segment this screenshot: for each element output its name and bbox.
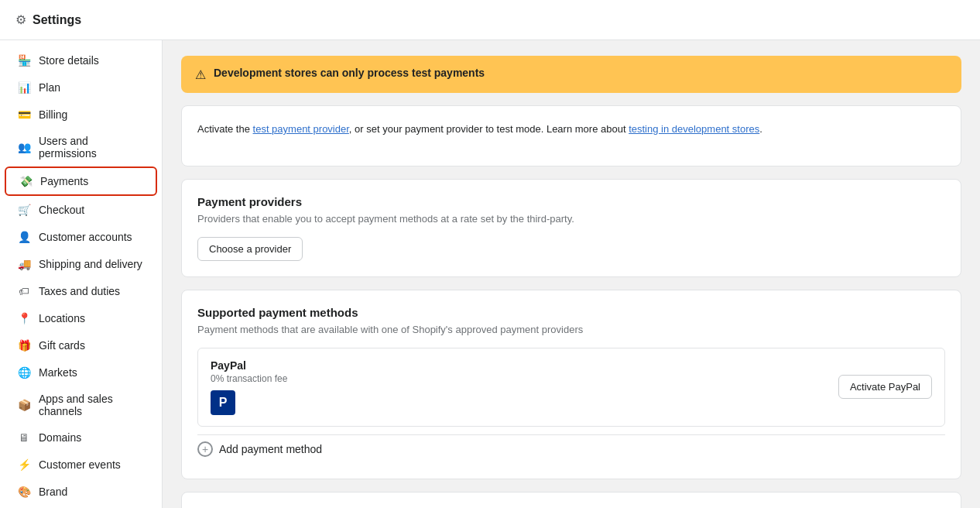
customer-accounts-icon: 👤 — [17, 230, 31, 244]
header: ⚙ Settings — [0, 0, 980, 40]
sidebar-item-customer-accounts[interactable]: 👤Customer accounts — [5, 224, 157, 250]
customer-events-label: Customer events — [39, 458, 121, 471]
add-icon: + — [197, 441, 213, 457]
customer-accounts-label: Customer accounts — [39, 231, 132, 243]
billing-label: Billing — [39, 108, 67, 121]
store-details-label: Store details — [39, 54, 99, 67]
main-content: ⚠ Development stores can only process te… — [163, 40, 980, 508]
locations-label: Locations — [39, 312, 85, 324]
paypal-info: PayPal 0% transaction fee P — [211, 359, 287, 415]
supported-methods-subtitle: Payment methods that are available with … — [197, 324, 945, 335]
gift-cards-icon: 🎁 — [17, 338, 31, 352]
customer-events-icon: ⚡ — [17, 458, 31, 472]
shipping-delivery-label: Shipping and delivery — [39, 258, 142, 270]
payments-icon: 💸 — [19, 174, 33, 188]
sidebar-item-plan[interactable]: 📊Plan — [5, 74, 157, 101]
page-title: Settings — [33, 13, 81, 27]
sidebar-item-shipping-delivery[interactable]: 🚚Shipping and delivery — [5, 251, 157, 277]
sidebar-item-gift-cards[interactable]: 🎁Gift cards — [5, 332, 157, 359]
sidebar-item-taxes-duties[interactable]: 🏷Taxes and duties — [5, 278, 157, 304]
alert-banner: ⚠ Development stores can only process te… — [181, 56, 961, 93]
apps-sales-icon: 📦 — [17, 398, 31, 412]
paypal-name: PayPal — [211, 359, 287, 372]
test-payment-link[interactable]: test payment provider — [253, 123, 349, 135]
info-paragraph: Activate the test payment provider, or s… — [197, 122, 945, 138]
payment-providers-subtitle: Providers that enable you to accept paym… — [197, 213, 945, 225]
plan-icon: 📊 — [17, 81, 31, 94]
paypal-logo: P — [211, 390, 235, 415]
sidebar-item-markets[interactable]: 🌐Markets — [5, 359, 157, 386]
add-method-label: Add payment method — [219, 443, 322, 455]
billing-icon: 💳 — [17, 108, 31, 122]
sidebar-item-brand[interactable]: 🎨Brand — [5, 479, 157, 505]
sidebar-item-domains[interactable]: 🖥Domains — [5, 424, 157, 451]
markets-icon: 🌐 — [17, 366, 31, 379]
brand-label: Brand — [39, 486, 67, 498]
info-card: Activate the test payment provider, or s… — [181, 105, 961, 166]
domains-label: Domains — [39, 431, 81, 444]
supported-methods-title: Supported payment methods — [197, 306, 945, 319]
checkout-label: Checkout — [39, 204, 84, 216]
testing-link[interactable]: testing in development stores — [629, 123, 759, 135]
capture-card: Payment capture method Payments are auth… — [181, 492, 961, 508]
paypal-logo-text: P — [219, 396, 228, 410]
add-payment-method[interactable]: + Add payment method — [197, 434, 945, 463]
payments-label: Payments — [40, 175, 88, 187]
alert-text: Development stores can only process test… — [214, 67, 485, 79]
sidebar-item-checkout[interactable]: 🛒Checkout — [5, 197, 157, 223]
markets-label: Markets — [39, 366, 77, 379]
checkout-icon: 🛒 — [17, 203, 31, 217]
plan-label: Plan — [39, 81, 60, 94]
users-permissions-icon: 👥 — [17, 140, 31, 154]
users-permissions-label: Users and permissions — [39, 135, 145, 160]
sidebar-item-apps-sales[interactable]: 📦Apps and sales channels — [5, 386, 157, 424]
sidebar-item-customer-events[interactable]: ⚡Customer events — [5, 451, 157, 478]
locations-icon: 📍 — [17, 311, 31, 325]
supported-methods-card: Supported payment methods Payment method… — [181, 290, 961, 479]
apps-sales-label: Apps and sales channels — [39, 393, 145, 417]
brand-icon: 🎨 — [17, 485, 31, 499]
paypal-box: PayPal 0% transaction fee P Activate Pay… — [197, 348, 945, 427]
gift-cards-label: Gift cards — [39, 339, 85, 352]
sidebar-item-locations[interactable]: 📍Locations — [5, 305, 157, 331]
activate-paypal-button[interactable]: Activate PayPal — [838, 375, 932, 399]
warning-icon: ⚠ — [195, 67, 206, 82]
settings-icon: ⚙ — [15, 12, 26, 27]
domains-icon: 🖥 — [17, 431, 31, 444]
paypal-fee: 0% transaction fee — [211, 373, 287, 384]
store-details-icon: 🏪 — [17, 53, 31, 67]
sidebar: 🏪Store details📊Plan💳Billing👥Users and pe… — [0, 40, 163, 508]
sidebar-item-billing[interactable]: 💳Billing — [5, 101, 157, 128]
sidebar-item-payments[interactable]: 💸Payments — [5, 166, 157, 196]
payment-providers-card: Payment providers Providers that enable … — [181, 179, 961, 277]
sidebar-item-store-details[interactable]: 🏪Store details — [5, 47, 157, 74]
shipping-delivery-icon: 🚚 — [17, 257, 31, 271]
payment-providers-title: Payment providers — [197, 195, 945, 208]
sidebar-item-users-permissions[interactable]: 👥Users and permissions — [5, 129, 157, 166]
taxes-duties-label: Taxes and duties — [39, 285, 120, 297]
layout: 🏪Store details📊Plan💳Billing👥Users and pe… — [0, 40, 980, 508]
taxes-duties-icon: 🏷 — [17, 284, 31, 298]
choose-provider-button[interactable]: Choose a provider — [197, 237, 303, 261]
